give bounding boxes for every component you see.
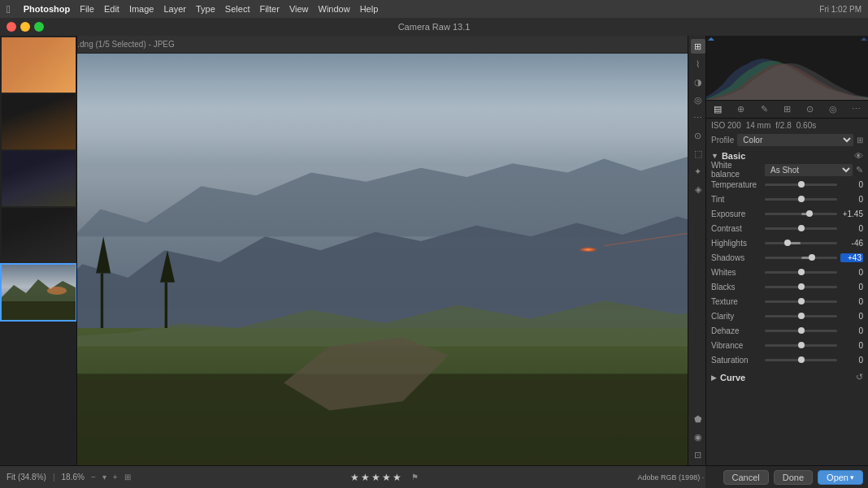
- open-button[interactable]: Open ▾: [818, 470, 863, 485]
- heal-icon[interactable]: ⊙: [804, 103, 817, 116]
- slider-track-10[interactable]: [765, 330, 837, 332]
- hsl-panel-icon[interactable]: ◑: [691, 75, 705, 89]
- slider-thumb-7[interactable]: [798, 283, 805, 290]
- snap-icon[interactable]: ⋯: [850, 103, 863, 116]
- menu-type[interactable]: Type: [196, 4, 215, 14]
- menu-help[interactable]: Help: [360, 4, 379, 14]
- zoom-dropdown-icon[interactable]: ▾: [102, 473, 106, 482]
- star-rating[interactable]: ★ ★ ★ ★ ★: [350, 472, 401, 483]
- slider-track-4[interactable]: [765, 242, 837, 244]
- minimize-button[interactable]: [20, 22, 30, 32]
- menu-select[interactable]: Select: [225, 4, 250, 14]
- wb-eyedropper-icon[interactable]: ✎: [856, 165, 863, 175]
- snapshot-icon[interactable]: ⊡: [691, 447, 705, 462]
- star-3: ★: [371, 472, 380, 483]
- main-photo: [77, 54, 705, 465]
- focal-value: 14 mm: [746, 121, 771, 130]
- filmstrip-thumb-5[interactable]: [2, 265, 76, 320]
- slider-thumb-0[interactable]: [798, 181, 805, 188]
- transform-panel-icon[interactable]: ⬚: [691, 146, 705, 161]
- bottom-buttons: Cancel Done Open ▾: [705, 465, 868, 488]
- optics-panel-icon[interactable]: ⊙: [691, 128, 705, 143]
- slider-thumb-5[interactable]: [809, 254, 815, 261]
- slider-thumb-6[interactable]: [798, 269, 805, 275]
- effects-panel-icon[interactable]: ✦: [691, 164, 705, 179]
- slider-thumb-3[interactable]: [798, 225, 805, 231]
- mask-icon[interactable]: ⬟: [691, 412, 705, 426]
- slider-value-0: 0: [840, 180, 863, 189]
- slider-track-1[interactable]: [765, 198, 837, 201]
- slider-row-blacks: Blacks0: [706, 279, 868, 294]
- brush-icon[interactable]: ✎: [757, 103, 770, 116]
- profile-select[interactable]: Color: [737, 134, 853, 146]
- menu-image[interactable]: Image: [129, 4, 154, 14]
- slider-row-tint: Tint0: [706, 192, 868, 206]
- slider-track-12[interactable]: [765, 359, 837, 361]
- slider-row-contrast: Contrast0: [706, 221, 868, 235]
- star-1: ★: [350, 472, 359, 483]
- slider-track-0[interactable]: [765, 184, 837, 186]
- slider-row-saturation: Saturation0: [706, 352, 868, 367]
- filmstrip-thumb-4[interactable]: [2, 208, 76, 263]
- zoom-increase[interactable]: +: [113, 473, 118, 482]
- filmstrip-thumb-3[interactable]: [2, 151, 76, 206]
- fullscreen-button[interactable]: [34, 22, 44, 32]
- curve-panel-icon[interactable]: ⌇: [691, 57, 705, 71]
- curve-section-header[interactable]: ▶ Curve ↺: [706, 370, 868, 384]
- slider-thumb-11[interactable]: [798, 342, 805, 348]
- filmstrip-thumb-1[interactable]: [2, 37, 76, 93]
- slider-track-6[interactable]: [765, 271, 837, 274]
- auto-icon[interactable]: ⊕: [735, 103, 748, 116]
- slider-thumb-10[interactable]: [798, 327, 805, 334]
- slider-value-8: 0: [840, 297, 863, 306]
- grid-icon[interactable]: ⊞: [124, 473, 131, 482]
- slider-track-8[interactable]: [765, 300, 837, 303]
- slider-label-0: Temperature: [711, 180, 762, 189]
- slider-track-5[interactable]: [765, 257, 837, 259]
- slider-thumb-2[interactable]: [806, 210, 813, 217]
- slider-track-9[interactable]: [765, 315, 837, 317]
- menu-filter[interactable]: Filter: [259, 4, 279, 14]
- slider-row-temperature: Temperature0: [706, 177, 868, 192]
- zoom-decrease[interactable]: −: [91, 473, 96, 482]
- done-button[interactable]: Done: [774, 470, 813, 485]
- slider-thumb-8[interactable]: [798, 298, 805, 304]
- slider-thumb-9[interactable]: [798, 313, 805, 319]
- sliders-container: Temperature0Tint0Exposure+1.45Contrast0H…: [706, 177, 868, 367]
- filmstrip-thumb-2[interactable]: [2, 94, 76, 149]
- slider-thumb-1[interactable]: [798, 196, 805, 202]
- menu-layer[interactable]: Layer: [163, 4, 186, 14]
- slider-label-9: Clarity: [711, 312, 762, 321]
- curve-reset-icon[interactable]: ↺: [856, 372, 863, 382]
- cancel-button[interactable]: Cancel: [723, 470, 769, 485]
- redeye-panel-icon[interactable]: ◎: [827, 103, 840, 116]
- slider-thumb-12[interactable]: [798, 356, 805, 363]
- redeye-icon[interactable]: ◉: [691, 430, 705, 444]
- slider-track-11[interactable]: [765, 344, 837, 347]
- profile-browse-icon[interactable]: ⊞: [857, 136, 863, 145]
- close-button[interactable]: [7, 22, 16, 32]
- basic-panel-icon[interactable]: ⊞: [691, 39, 705, 54]
- slider-track-7[interactable]: [765, 286, 837, 288]
- wb-select[interactable]: As Shot: [765, 164, 853, 176]
- flag-icon[interactable]: ⚑: [411, 473, 419, 482]
- window-title: Camera Raw 13.1: [398, 22, 471, 32]
- histogram-icon[interactable]: ▤: [711, 103, 724, 116]
- slider-value-4: -46: [840, 239, 863, 248]
- basic-visibility-icon[interactable]: 👁: [854, 151, 863, 161]
- menu-edit[interactable]: Edit: [104, 4, 119, 14]
- crop-icon[interactable]: ⊞: [780, 103, 793, 116]
- slider-track-3[interactable]: [765, 227, 837, 230]
- slider-track-2[interactable]: [765, 213, 837, 215]
- curve-expand-icon: ▶: [711, 374, 717, 382]
- open-dropdown-icon[interactable]: ▾: [850, 473, 854, 482]
- detail-panel-icon[interactable]: ⋯: [691, 110, 705, 125]
- calibration-panel-icon[interactable]: ◈: [691, 182, 705, 196]
- menu-file[interactable]: File: [80, 4, 94, 14]
- aperture-value: f/2.8: [775, 121, 791, 130]
- right-panel: ▤ ⊕ ✎ ⊞ ⊙ ◎ ⋯ ISO 200 14 mm f/2.8 0.60s …: [705, 36, 868, 465]
- slider-thumb-4[interactable]: [784, 240, 791, 246]
- menu-window[interactable]: Window: [319, 4, 350, 14]
- color-grading-icon[interactable]: ◎: [691, 93, 705, 107]
- menu-view[interactable]: View: [289, 4, 309, 14]
